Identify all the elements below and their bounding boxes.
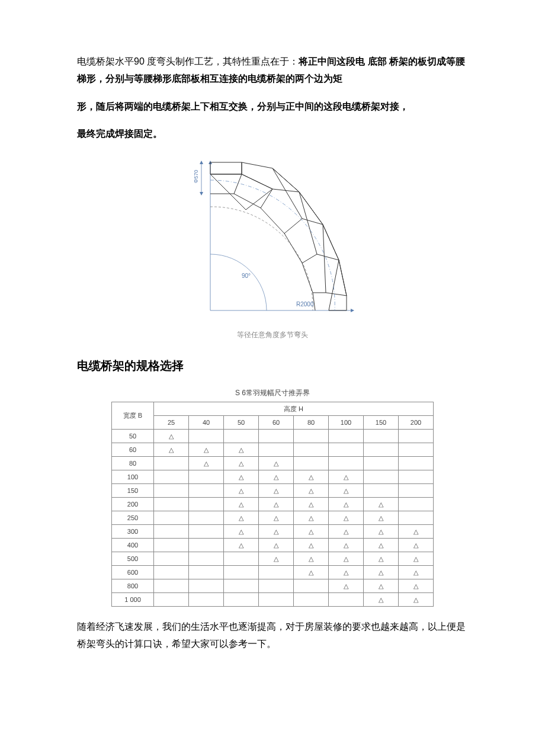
height-header: 40 <box>189 416 224 430</box>
spec-cell: △ <box>294 511 329 525</box>
spec-cell: △ <box>329 511 364 525</box>
spec-cell <box>294 593 329 607</box>
spec-cell <box>364 470 399 484</box>
paragraph-1: 电缆桥架水平90 度弯头制作工艺，其特性重点在于：将正中间这段电 底部 桥架的板… <box>77 53 468 88</box>
spec-cell: △ <box>259 470 294 484</box>
spec-cell: △ <box>224 539 259 552</box>
spec-cell <box>189 511 224 525</box>
spec-cell: △ <box>189 443 224 457</box>
spec-cell <box>224 566 259 579</box>
paragraph-last: 随着经济飞速发展，我们的生活水平也逐渐提高，对于房屋装修的要求也越来越高，以上便… <box>77 619 468 653</box>
spec-cell <box>154 552 189 566</box>
width-cell: 50 <box>112 430 154 443</box>
radius-label: R2000 <box>296 301 314 307</box>
height-header: 80 <box>294 416 329 430</box>
spec-cell <box>154 579 189 593</box>
width-cell: 150 <box>112 484 154 498</box>
width-cell: 250 <box>112 511 154 525</box>
spec-cell <box>154 593 189 607</box>
table-row: 300△△△△△△ <box>112 525 434 539</box>
svg-line-4 <box>302 254 317 263</box>
spec-cell: △ <box>399 593 434 607</box>
spec-cell: △ <box>224 470 259 484</box>
spec-cell <box>189 484 224 498</box>
table-row: 100△△△△ <box>112 470 434 484</box>
spec-cell <box>154 525 189 539</box>
spec-cell <box>399 430 434 443</box>
spec-cell <box>364 430 399 443</box>
table-row: 250△△△△△ <box>112 511 434 525</box>
spec-cell: △ <box>154 443 189 457</box>
svg-line-3 <box>284 219 302 233</box>
width-cell: 500 <box>112 552 154 566</box>
spec-cell <box>224 552 259 566</box>
spec-cell: △ <box>294 566 329 579</box>
spec-cell <box>399 443 434 457</box>
paragraph-3: 最终完成焊接固定。 <box>77 126 468 143</box>
width-cell: 800 <box>112 579 154 593</box>
elbow-diagram-svg: Φ570 <box>184 153 361 325</box>
spec-cell <box>154 457 189 470</box>
svg-line-2 <box>261 189 272 208</box>
spec-cell: △ <box>399 566 434 579</box>
spec-cell: △ <box>364 566 399 579</box>
spec-cell: △ <box>364 593 399 607</box>
height-header: 150 <box>364 416 399 430</box>
spec-cell: △ <box>259 511 294 525</box>
spec-cell: △ <box>259 484 294 498</box>
spec-cell <box>189 539 224 552</box>
diagram-caption: 等径任意角度多节弯头 <box>77 330 468 340</box>
spec-cell <box>154 470 189 484</box>
spec-cell <box>189 593 224 607</box>
width-cell: 100 <box>112 470 154 484</box>
para1-plain-text: 电缆桥架水平90 度弯头制作工艺，其特性重点在于： <box>77 56 299 66</box>
table-row: 200△△△△△ <box>112 498 434 511</box>
spec-cell <box>189 552 224 566</box>
table-row: 500△△△△△ <box>112 552 434 566</box>
section-heading: 电缆桥架的规格选择 <box>77 358 468 374</box>
spec-cell: △ <box>224 511 259 525</box>
height-header: 25 <box>154 416 189 430</box>
spec-cell <box>259 566 294 579</box>
spec-cell <box>364 484 399 498</box>
spec-cell: △ <box>329 498 364 511</box>
spec-cell: △ <box>399 539 434 552</box>
spec-cell <box>154 498 189 511</box>
spec-cell <box>399 470 434 484</box>
spec-cell: △ <box>329 566 364 579</box>
spec-cell <box>294 443 329 457</box>
spec-cell: △ <box>189 457 224 470</box>
spec-cell <box>399 498 434 511</box>
table-row: 50△ <box>112 430 434 443</box>
row-header: 宽度 B <box>112 402 154 430</box>
paragraph-2: 形，随后将两端的电缆桥架上下相互交换，分别与正中间的这段电缆桥架对接， <box>77 98 468 116</box>
spec-cell <box>259 443 294 457</box>
spec-cell <box>189 498 224 511</box>
table-row: 600△△△△ <box>112 566 434 579</box>
spec-cell: △ <box>329 470 364 484</box>
table-caption: S 6常羽规幅尺寸推弄界 <box>77 388 468 398</box>
spec-cell: △ <box>399 552 434 566</box>
spec-cell <box>224 430 259 443</box>
spec-cell <box>189 470 224 484</box>
spec-cell <box>154 539 189 552</box>
spec-cell: △ <box>154 430 189 443</box>
spec-cell <box>224 579 259 593</box>
width-cell: 300 <box>112 525 154 539</box>
spec-cell <box>329 457 364 470</box>
spec-cell <box>189 525 224 539</box>
spec-cell <box>329 443 364 457</box>
spec-cell <box>364 457 399 470</box>
spec-cell: △ <box>364 579 399 593</box>
angle-label: 90° <box>242 273 251 279</box>
spec-cell: △ <box>259 539 294 552</box>
spec-cell <box>189 579 224 593</box>
height-header: 60 <box>259 416 294 430</box>
spec-cell: △ <box>259 525 294 539</box>
spec-cell: △ <box>364 511 399 525</box>
table-row: 80△△△ <box>112 457 434 470</box>
table-row: 1 000△△ <box>112 593 434 607</box>
svg-line-1 <box>234 174 242 194</box>
spec-cell <box>294 579 329 593</box>
width-cell: 200 <box>112 498 154 511</box>
